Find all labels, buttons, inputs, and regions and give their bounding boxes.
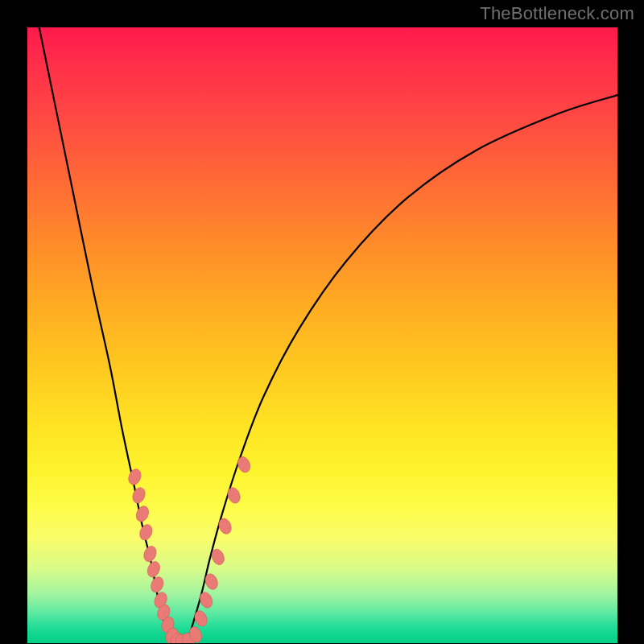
data-dot <box>126 467 143 486</box>
data-dot <box>198 590 215 609</box>
data-dot <box>217 517 233 536</box>
data-dot <box>149 575 166 594</box>
data-dot <box>134 504 151 523</box>
dot-cluster-group <box>126 455 252 643</box>
chart-svg <box>27 27 617 643</box>
data-dot <box>236 455 253 474</box>
data-dot <box>145 559 162 579</box>
data-dot <box>142 544 159 564</box>
data-dot <box>192 609 209 628</box>
right-curve <box>187 95 617 643</box>
data-dot <box>138 522 155 542</box>
data-dot <box>130 485 147 505</box>
chart-frame <box>27 27 617 643</box>
data-dot <box>225 485 242 505</box>
watermark-text: TheBottleneck.com <box>480 3 634 24</box>
